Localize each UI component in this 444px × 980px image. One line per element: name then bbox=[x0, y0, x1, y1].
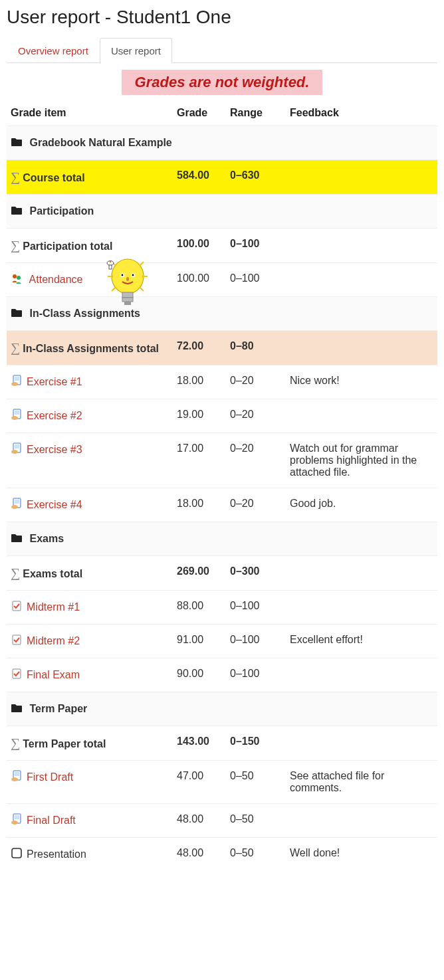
feedback-value bbox=[286, 229, 437, 263]
grade-value: 19.00 bbox=[173, 399, 226, 433]
item-link[interactable]: Exercise #2 bbox=[27, 410, 82, 421]
category-course: Gradebook Natural Example bbox=[7, 126, 437, 160]
feedback-value: Excellent effort! bbox=[286, 625, 437, 658]
feedback-value bbox=[286, 658, 437, 692]
item-link[interactable]: Midterm #2 bbox=[27, 635, 80, 646]
category-label: Exams bbox=[29, 533, 64, 544]
feedback-value bbox=[286, 331, 437, 365]
item-label: Participation total bbox=[23, 241, 112, 252]
tab-overview-report[interactable]: Overview report bbox=[7, 38, 100, 63]
feedback-value bbox=[286, 804, 437, 838]
folder-icon bbox=[11, 204, 23, 219]
folder-icon bbox=[11, 532, 23, 546]
item-link[interactable]: Final Exam bbox=[27, 669, 80, 680]
folder-icon bbox=[11, 306, 23, 321]
category-exams: Exams bbox=[7, 522, 437, 556]
row-exercise-1: Exercise #1 18.00 0–20 Nice work! bbox=[7, 365, 437, 399]
item-label: Exams total bbox=[23, 568, 82, 579]
row-final-draft: Final Draft 48.00 0–50 bbox=[7, 804, 437, 838]
range-value: 0–100 bbox=[226, 591, 286, 625]
grade-value: 18.00 bbox=[173, 488, 226, 522]
folder-icon bbox=[11, 136, 23, 150]
header-grade: Grade bbox=[173, 102, 226, 126]
assignment-icon bbox=[11, 770, 23, 785]
checkbox-icon bbox=[11, 847, 23, 862]
feedback-value: Watch out for grammar problems highlight… bbox=[286, 433, 437, 488]
range-value: 0–300 bbox=[226, 556, 286, 591]
range-value: 0–50 bbox=[226, 804, 286, 838]
category-inclass: In-Class Assignments bbox=[7, 297, 437, 331]
item-link[interactable]: Exercise #3 bbox=[27, 444, 82, 455]
range-value: 0–100 bbox=[226, 625, 286, 658]
page-title: User report - Student1 One bbox=[7, 7, 437, 28]
row-final-exam: Final Exam 90.00 0–100 bbox=[7, 658, 437, 692]
grade-value: 48.00 bbox=[173, 838, 226, 872]
range-value: 0–20 bbox=[226, 365, 286, 399]
grade-value: 100.00 bbox=[173, 229, 226, 263]
header-feedback: Feedback bbox=[286, 102, 437, 126]
grade-value: 17.00 bbox=[173, 433, 226, 488]
item-link[interactable]: Midterm #1 bbox=[27, 601, 80, 613]
quiz-icon bbox=[11, 634, 23, 648]
grade-value: 584.00 bbox=[173, 160, 226, 195]
grade-value: 48.00 bbox=[173, 804, 226, 838]
feedback-value: Good job. bbox=[286, 488, 437, 522]
grade-value: 269.00 bbox=[173, 556, 226, 591]
category-label: Participation bbox=[29, 205, 94, 217]
feedback-value: Nice work! bbox=[286, 365, 437, 399]
assignment-icon bbox=[11, 498, 23, 512]
feedback-value bbox=[286, 556, 437, 591]
row-course-total: ∑Course total 584.00 0–630 bbox=[7, 160, 437, 195]
assignment-icon bbox=[11, 409, 23, 423]
assignment-icon bbox=[11, 813, 23, 828]
tab-user-report[interactable]: User report bbox=[100, 38, 172, 63]
feedback-value: See attached file for comments. bbox=[286, 761, 437, 804]
range-value: 0–630 bbox=[226, 160, 286, 195]
category-participation: Participation bbox=[7, 195, 437, 229]
quiz-icon bbox=[11, 668, 23, 682]
range-value: 0–150 bbox=[226, 726, 286, 761]
row-presentation: Presentation 48.00 0–50 Well done! bbox=[7, 838, 437, 872]
item-link[interactable]: Exercise #1 bbox=[27, 376, 82, 387]
attendance-icon bbox=[11, 272, 23, 287]
weighting-banner: Grades are not weighted. bbox=[122, 70, 323, 95]
feedback-value bbox=[286, 263, 437, 297]
row-attendance: Attendance 100.00 0–100 bbox=[7, 263, 437, 297]
grade-table: Grade item Grade Range Feedback Gradeboo… bbox=[7, 102, 437, 871]
category-term-paper: Term Paper bbox=[7, 692, 437, 726]
row-exams-total: ∑Exams total 269.00 0–300 bbox=[7, 556, 437, 591]
feedback-value bbox=[286, 726, 437, 761]
item-label: Term Paper total bbox=[23, 738, 106, 749]
item-label: In-Class Assignments total bbox=[23, 343, 159, 354]
feedback-value: Well done! bbox=[286, 838, 437, 872]
row-exercise-4: Exercise #4 18.00 0–20 Good job. bbox=[7, 488, 437, 522]
range-value: 0–80 bbox=[226, 331, 286, 365]
item-link[interactable]: Attendance bbox=[29, 274, 83, 285]
grade-value: 88.00 bbox=[173, 591, 226, 625]
range-value: 0–50 bbox=[226, 838, 286, 872]
sigma-icon: ∑ bbox=[11, 169, 20, 184]
grade-value: 100.00 bbox=[173, 263, 226, 297]
grade-value: 18.00 bbox=[173, 365, 226, 399]
item-label: Presentation bbox=[27, 848, 86, 860]
sigma-icon: ∑ bbox=[11, 735, 20, 750]
range-value: 0–100 bbox=[226, 229, 286, 263]
row-participation-total: ∑Participation total 100.00 0–100 bbox=[7, 229, 437, 263]
assignment-icon bbox=[11, 442, 23, 457]
grade-value: 143.00 bbox=[173, 726, 226, 761]
lightbulb-icon bbox=[102, 252, 153, 311]
report-tabs: Overview report User report bbox=[7, 37, 437, 63]
header-range: Range bbox=[226, 102, 286, 126]
row-inclass-total: ∑In-Class Assignments total 72.00 0–80 bbox=[7, 331, 437, 365]
folder-icon bbox=[11, 702, 23, 716]
sigma-icon: ∑ bbox=[11, 340, 20, 355]
sigma-icon: ∑ bbox=[11, 238, 20, 252]
row-first-draft: First Draft 47.00 0–50 See attached file… bbox=[7, 761, 437, 804]
item-link[interactable]: First Draft bbox=[27, 771, 73, 783]
assignment-icon bbox=[11, 375, 23, 389]
item-link[interactable]: Exercise #4 bbox=[27, 499, 82, 510]
row-term-paper-total: ∑Term Paper total 143.00 0–150 bbox=[7, 726, 437, 761]
row-midterm-2: Midterm #2 91.00 0–100 Excellent effort! bbox=[7, 625, 437, 658]
item-link[interactable]: Final Draft bbox=[27, 815, 76, 826]
range-value: 0–100 bbox=[226, 658, 286, 692]
